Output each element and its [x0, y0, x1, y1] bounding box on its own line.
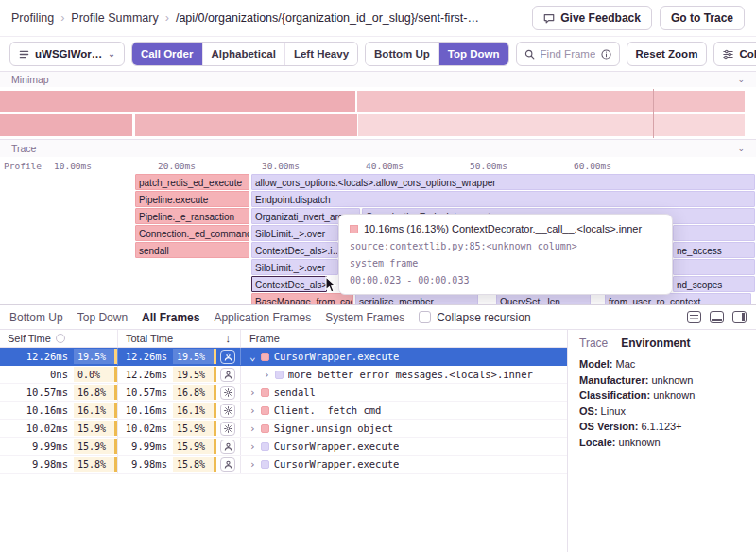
expand-caret-icon[interactable]: ›: [255, 369, 275, 381]
view-segmented: Bottom UpTop Down: [365, 42, 508, 66]
flame-frame[interactable]: Pipeline._e_ransaction: [135, 208, 249, 224]
view-bottom-up[interactable]: Bottom Up: [366, 43, 438, 65]
flame-frame[interactable]: [673, 259, 755, 275]
thread-selector-label: uWSGIWor…: [35, 48, 102, 60]
sort-left-heavy[interactable]: Left Heavy: [284, 43, 357, 65]
flame-frame[interactable]: ne_access: [673, 242, 755, 258]
expand-caret-icon[interactable]: ›: [241, 458, 261, 471]
sort-alphabetical[interactable]: Alphabetical: [202, 43, 284, 65]
flame-frame[interactable]: Pipeline.execute: [135, 191, 249, 207]
frame-color-swatch: [261, 442, 269, 451]
flame-frame[interactable]: ContextDec_als>.i…: [251, 276, 327, 292]
expand-caret-icon[interactable]: ›: [241, 440, 261, 453]
flame-chart[interactable]: from_user_ro_contextQuerySet._lenseriali…: [0, 174, 756, 304]
reset-zoom-button[interactable]: Reset Zoom: [627, 42, 708, 66]
layout-right-icon[interactable]: [732, 311, 747, 323]
details-panel: TraceEnvironment Model: MacManufacturer:…: [567, 330, 756, 552]
color-coding-button[interactable]: Color Coding ⌄: [713, 42, 756, 66]
sort-call-order[interactable]: Call Order: [132, 43, 202, 65]
go-to-trace-label: Go to Trace: [671, 11, 733, 25]
tooltip-title-row: 10.16ms (16.13%) ContextDecorator.__call…: [350, 223, 662, 234]
checkbox-icon[interactable]: [419, 311, 431, 323]
flame-frame[interactable]: SiloLimit._>.over: [251, 259, 338, 275]
flame-frame[interactable]: sendall: [135, 242, 249, 258]
tab-application-frames[interactable]: Application Frames: [214, 311, 311, 324]
give-feedback-button[interactable]: Give Feedback: [532, 6, 652, 30]
table-row[interactable]: 0ns0.0%12.26ms19.5%›more_better_error_me…: [0, 366, 567, 384]
frame-cell: ›sendall: [241, 384, 567, 401]
ruler-tick: 20.00ms: [158, 161, 196, 171]
self-time-value: 9.98ms: [0, 458, 74, 470]
expand-caret-icon[interactable]: ⌄: [241, 351, 261, 363]
flame-frame[interactable]: ContextDec_als>.i…: [251, 242, 338, 258]
minimap-collapse-icon[interactable]: ⌄: [737, 76, 745, 84]
user-frame-icon: [220, 440, 235, 454]
collapse-recursion-toggle[interactable]: Collapse recursion: [419, 311, 530, 324]
field-value: unknown: [616, 437, 661, 448]
expand-caret-icon[interactable]: ›: [241, 387, 261, 399]
flame-frame[interactable]: Connection._ed_command: [135, 225, 249, 241]
self-time-value: 0ns: [0, 369, 74, 380]
flame-frame[interactable]: nd_scopes: [673, 276, 755, 292]
table-row[interactable]: 10.02ms15.9%10.02ms15.9%›Signer.unsign_o…: [0, 420, 567, 438]
thread-selector[interactable]: uWSGIWor… ⌄: [9, 42, 125, 66]
flame-frame[interactable]: SiloLimit._>.over: [251, 225, 338, 241]
environment-field: Classification: unknown: [579, 388, 745, 404]
breadcrumb-item[interactable]: Profile Summary: [71, 11, 158, 25]
table-row[interactable]: 12.26ms19.5%12.26ms19.5%⌄CursorWrapper.e…: [0, 348, 567, 366]
feedback-bubble-icon: [543, 12, 555, 24]
expand-caret-icon[interactable]: ›: [241, 405, 261, 417]
search-box[interactable]: [516, 42, 620, 66]
flame-frame[interactable]: Endpoint.dispatch: [251, 191, 755, 207]
percent-text: 15.8%: [177, 459, 205, 470]
breadcrumb-item[interactable]: Profiling: [11, 11, 54, 25]
layout-list-icon[interactable]: [687, 311, 701, 323]
tab-system-frames[interactable]: System Frames: [325, 311, 404, 324]
flame-frame[interactable]: patch_redis_ed_execute: [135, 174, 249, 190]
frame-header[interactable]: Frame: [241, 330, 567, 347]
details-tab-environment[interactable]: Environment: [621, 336, 690, 350]
search-input[interactable]: [541, 48, 595, 60]
total-time-value: 12.26ms: [118, 369, 173, 380]
table-row[interactable]: 9.98ms15.8%9.98ms15.8%›CursorWrapper.exe…: [0, 456, 567, 474]
self-time-value: 10.57ms: [0, 387, 74, 398]
flame-frame[interactable]: [673, 225, 755, 241]
minimap-block: [357, 91, 745, 112]
tab-all-frames[interactable]: All Frames: [142, 311, 199, 324]
minimap-chart[interactable]: [0, 87, 756, 140]
self-time-percent: 16.1%: [74, 403, 117, 418]
mouse-cursor: [325, 276, 336, 296]
trace-header[interactable]: Trace ⌄: [0, 140, 756, 157]
tab-top-down[interactable]: Top Down: [77, 311, 128, 324]
details-tab-trace[interactable]: Trace: [579, 336, 608, 350]
frame-name: CursorWrapper.execute: [274, 458, 400, 470]
tab-bottom-up[interactable]: Bottom Up: [9, 311, 63, 324]
environment-field: Locale: unknown: [579, 435, 745, 451]
self-time-header[interactable]: Self Time: [0, 330, 118, 347]
minimap-view-indicator[interactable]: [653, 89, 654, 138]
table-row[interactable]: 10.57ms16.8%10.57ms16.8%›sendall: [0, 384, 567, 402]
trace-collapse-icon[interactable]: ⌄: [737, 145, 745, 153]
layout-bottom-icon[interactable]: [710, 311, 724, 323]
minimap-header[interactable]: Minimap ⌄: [0, 72, 756, 87]
expand-caret-icon[interactable]: ›: [241, 423, 261, 435]
table-row[interactable]: 9.99ms15.9%9.99ms15.9%›CursorWrapper.exe…: [0, 438, 567, 456]
frame-name: sendall: [274, 387, 316, 398]
self-time-header-label: Self Time: [8, 333, 51, 344]
flame-frame[interactable]: allow_cors_options.<locals>.allow_cors_o…: [251, 174, 755, 190]
breadcrumb-item[interactable]: /api/0/organizations/{organization_id_or…: [176, 11, 479, 25]
flame-frame[interactable]: BaseManage_from_cache: [251, 293, 353, 304]
table-row[interactable]: 10.16ms16.1%10.16ms16.1%›Client.__fetch_…: [0, 402, 567, 420]
app-window: Profiling›Profile Summary›/api/0/organiz…: [0, 0, 756, 552]
total-time-header-label: Total Time: [126, 333, 173, 344]
frame-color-swatch: [275, 371, 284, 379]
percent-text: 15.9%: [77, 423, 106, 434]
self-time-value: 10.02ms: [0, 423, 74, 434]
total-time-header[interactable]: Total Time ↓: [118, 330, 241, 347]
system-frame-icon: [220, 422, 235, 436]
sort-desc-icon: ↓: [226, 333, 241, 344]
go-to-trace-button[interactable]: Go to Trace: [660, 6, 745, 30]
frame-color-swatch: [261, 388, 269, 397]
topbar-actions: Give Feedback Go to Trace: [532, 6, 745, 30]
view-top-down[interactable]: Top Down: [438, 43, 508, 65]
